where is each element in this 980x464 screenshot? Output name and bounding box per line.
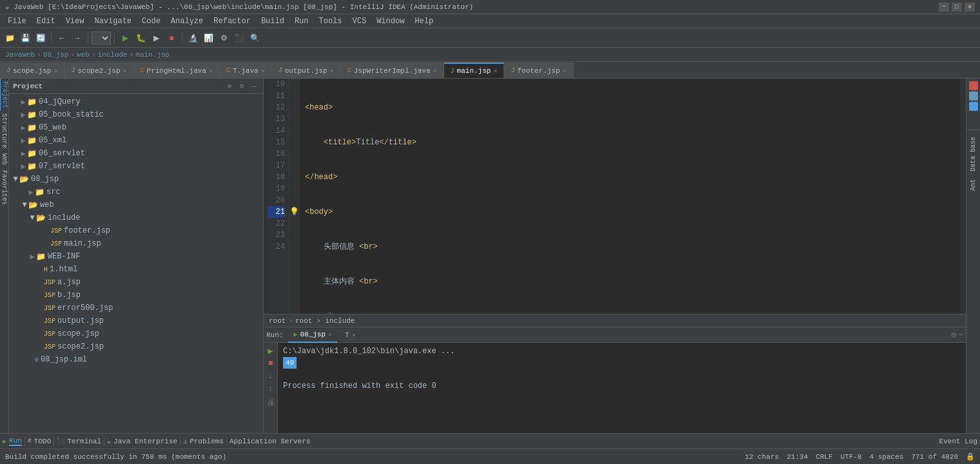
tab-scope-jsp[interactable]: J scope.jsp ✕ (0, 63, 64, 78)
bc-include[interactable]: include (97, 51, 127, 59)
toolbar-terminal-button[interactable]: ⬛ (232, 31, 246, 45)
menu-window[interactable]: Window (371, 14, 409, 28)
tab-close-output[interactable]: ✕ (330, 67, 334, 75)
tree-item-scope2-jsp[interactable]: ▶ JSP scope2.jsp (9, 340, 263, 353)
tree-item-08jsp[interactable]: ▼ 📂 08_jsp (9, 173, 263, 186)
bottom-todo-label[interactable]: TODO (34, 438, 51, 445)
close-button[interactable]: ✕ (965, 3, 975, 12)
menu-analyze[interactable]: Analyze (166, 14, 208, 28)
tab-close-main[interactable]: ✕ (493, 67, 497, 75)
tree-item-error500[interactable]: ▶ JSP error500.jsp (9, 302, 263, 314)
menu-file[interactable]: File (3, 14, 32, 28)
tree-item-main-jsp[interactable]: ▶ JSP main.jsp (9, 237, 263, 250)
tree-item-05xml[interactable]: ▶ 📁 05_xml (9, 134, 263, 147)
run-bottom-icon[interactable]: ▶ (3, 438, 6, 445)
bottom-problems-icon[interactable]: ⚠ (183, 438, 187, 445)
sidebar-database-label[interactable]: Data base (968, 133, 978, 175)
tree-item-05web[interactable]: ▶ 📁 05_web (9, 121, 263, 134)
run-stop-icon[interactable]: ■ (266, 358, 276, 369)
tab-output-jsp[interactable]: J output.jsp ✕ (272, 63, 341, 78)
run-gear-icon[interactable]: ⚙ (952, 330, 956, 340)
bottom-java-enterprise-label[interactable]: Java Enterprise (113, 438, 177, 445)
menu-tools[interactable]: Tools (314, 14, 348, 28)
maximize-button[interactable]: □ (952, 3, 962, 12)
status-line-ending[interactable]: CRLF (816, 453, 832, 461)
bottom-event-log-label[interactable]: Event Log (939, 438, 977, 445)
run-tab-08jsp[interactable]: ▶ 08_jsp ✕ (288, 327, 337, 343)
menu-vcs[interactable]: VCS (348, 14, 372, 28)
tree-item-bjsp[interactable]: ▶ JSP b.jsp (9, 289, 263, 302)
tab-pringhtml-java[interactable]: C PringHtml.java ✕ (134, 63, 220, 78)
tree-item-footer-jsp[interactable]: ▶ JSP footer.jsp (9, 224, 263, 237)
toolbar-save-button[interactable]: 💾 (18, 31, 32, 45)
status-line-of[interactable]: 771 of 4020 (911, 453, 958, 461)
menu-run[interactable]: Run (289, 14, 314, 28)
toolbar-search-button[interactable]: 🔍 (248, 31, 262, 45)
toolbar-forward-button[interactable]: → (70, 31, 84, 45)
tab-t-java[interactable]: C T.java ✕ (220, 63, 272, 78)
tree-item-04jquery[interactable]: ▶ 📁 04_jQuery (9, 95, 263, 108)
sidebar-web-label[interactable]: Web (0, 151, 8, 168)
bottom-problems-label[interactable]: Problems (190, 438, 224, 445)
tab-jspwriterimpl-java[interactable]: C JspWriterImpl.java ✕ (341, 63, 444, 78)
minimize-button[interactable]: − (939, 3, 949, 12)
toolbar-profile-button[interactable]: 📊 (201, 31, 215, 45)
sidebar-favorites-label[interactable]: Favorites (0, 168, 8, 208)
sidebar-ant-label[interactable]: Ant (968, 175, 978, 195)
run-step-icon[interactable]: ↓ (266, 371, 276, 382)
bc-main-jsp[interactable]: main.jsp (135, 51, 170, 59)
gi-21-bulb-icon[interactable]: 💡 (289, 206, 299, 218)
menu-navigate[interactable]: Navigate (89, 14, 137, 28)
menu-build[interactable]: Build (256, 14, 289, 28)
tree-item-include[interactable]: ▼ 📂 include (9, 211, 263, 224)
tree-item-webinf[interactable]: ▶ 📁 WEB-INF (9, 250, 263, 263)
tree-item-05bookstatic[interactable]: ▶ 📁 05_book_static (9, 108, 263, 121)
bottom-app-servers-label[interactable]: Application Servers (230, 438, 310, 445)
project-collapse-icon[interactable]: — (249, 81, 259, 92)
tree-item-08jspiml[interactable]: ▶ ⚙ 08_jsp.iml (9, 353, 263, 366)
tree-item-scope-jsp[interactable]: ▶ JSP scope.jsp (9, 327, 263, 340)
tree-item-1html[interactable]: ▶ H 1.html (9, 263, 263, 276)
tab-close-t[interactable]: ✕ (261, 67, 265, 75)
tab-close-footer[interactable]: ✕ (562, 67, 566, 75)
toolbar-refresh-button[interactable]: 🔄 (34, 31, 48, 45)
toolbar-debug-button[interactable]: 🐛 (133, 31, 148, 45)
toolbar-run-config-button[interactable]: ▶ (149, 31, 163, 45)
menu-code[interactable]: Code (137, 14, 166, 28)
project-settings-icon[interactable]: ⚙ (237, 81, 247, 92)
tree-item-07servlet[interactable]: ▶ 📁 07_servlet (9, 160, 263, 173)
bottom-terminal-icon[interactable]: ⬛ (57, 438, 64, 445)
tab-close-pringhtml[interactable]: ✕ (209, 67, 213, 75)
run-tab-close-08jsp[interactable]: ✕ (328, 331, 332, 338)
tree-item-src[interactable]: ▶ 📁 src (9, 186, 263, 198)
menu-edit[interactable]: Edit (32, 14, 61, 28)
sidebar-structure-label[interactable]: Structure (0, 111, 8, 151)
toolbar-config-select[interactable]: T (92, 32, 111, 44)
tab-main-jsp[interactable]: J main.jsp ✕ (444, 63, 505, 78)
tab-footer-jsp[interactable]: J footer.jsp ✕ (504, 63, 573, 78)
bc-08_jsp[interactable]: 08_jsp (43, 51, 69, 59)
status-chars[interactable]: 12 chars (745, 453, 779, 461)
toolbar-run-button[interactable]: ▶ (118, 31, 132, 45)
toolbar-stop-button[interactable]: ■ (164, 31, 179, 45)
tab-close-scope2[interactable]: ✕ (123, 67, 127, 75)
tab-close-scope[interactable]: ✕ (54, 67, 57, 75)
menu-help[interactable]: Help (409, 14, 438, 28)
run-minimize-icon[interactable]: − (959, 331, 963, 340)
run-print-icon[interactable]: 🖨 (266, 397, 276, 407)
bottom-terminal-label[interactable]: Terminal (67, 438, 101, 445)
bc-javaWeb[interactable]: JavaWeb (5, 51, 35, 59)
code-content[interactable]: <head> <title>Title</title> </head> <bod… (300, 79, 961, 314)
project-locate-icon[interactable]: ⊕ (224, 81, 235, 92)
toolbar-coverage-button[interactable]: 🔬 (186, 31, 200, 45)
lock-icon[interactable]: 🔒 (966, 452, 975, 461)
tree-item-06servlet[interactable]: ▶ 📁 06_servlet (9, 147, 263, 160)
bottom-java-enterprise-icon[interactable]: ☕ (107, 438, 111, 445)
editor-scrollbar[interactable] (961, 79, 966, 314)
toolbar-more-button[interactable]: ⚙ (217, 31, 231, 45)
status-encoding[interactable]: UTF-8 (841, 453, 862, 461)
menu-view[interactable]: View (61, 14, 90, 28)
run-scroll-icon[interactable]: ↕ (266, 384, 276, 394)
toolbar-back-button[interactable]: ← (55, 31, 69, 45)
toolbar-open-button[interactable]: 📁 (3, 31, 17, 45)
